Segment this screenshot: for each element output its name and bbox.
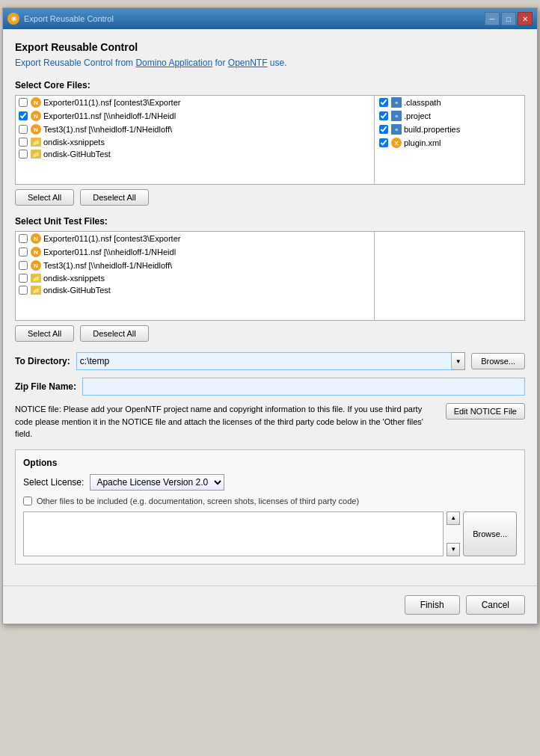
folder-icon: 📁 [31, 286, 41, 295]
core-file-text-2: Exporter011.nsf [\\nheidloff-1/NHeidl [43, 111, 176, 120]
unit-test-btn-row: Select All Deselect All [15, 325, 525, 342]
right-file-text-1: .classpath [404, 98, 441, 107]
unit-test-right-pane [375, 232, 524, 320]
folder-icon: 📁 [31, 150, 41, 159]
main-window: ☀ Export Reusable Control ─ □ ✕ Export R… [2, 7, 538, 624]
unit-file-checkbox-1[interactable] [19, 234, 28, 243]
unit-file-checkbox-2[interactable] [19, 248, 28, 256]
dialog-title: Export Reusable Control [15, 41, 525, 53]
list-item[interactable]: 📁 ondisk-xsnippets [16, 136, 374, 148]
core-file-checkbox-5[interactable] [19, 150, 28, 159]
list-item[interactable]: N Exporter011(1).nsf [contest3\Exporter [16, 232, 374, 245]
zip-file-label: Zip File Name: [15, 381, 76, 392]
right-file-checkbox-2[interactable] [379, 111, 388, 120]
unit-deselect-all-button[interactable]: Deselect All [80, 325, 148, 342]
dialog-footer: Finish Cancel [3, 586, 537, 624]
titlebar: ☀ Export Reusable Control ─ □ ✕ [3, 8, 537, 29]
close-button[interactable]: ✕ [518, 12, 533, 25]
app-icon: ☀ [7, 13, 19, 25]
other-files-checkbox-row: Other files to be included (e.g. documen… [23, 497, 517, 505]
core-file-text-4: ondisk-xsnippets [43, 138, 105, 147]
maximize-button[interactable]: □ [501, 12, 516, 25]
right-file-checkbox-3[interactable] [379, 125, 388, 134]
unit-file-checkbox-5[interactable] [19, 286, 28, 295]
unit-file-text-1: Exporter011(1).nsf [contest3\Exporter [43, 234, 180, 243]
core-file-checkbox-4[interactable] [19, 138, 28, 147]
right-file-checkbox-4[interactable] [379, 138, 388, 147]
core-file-checkbox-1[interactable] [19, 98, 28, 107]
core-files-btn-row: Select All Deselect All [15, 189, 525, 206]
list-item[interactable]: ≡ build.properties [375, 123, 524, 136]
openntf-link[interactable]: Domino Application [135, 58, 212, 68]
right-file-text-3: build.properties [404, 125, 460, 134]
core-select-all-button[interactable]: Select All [15, 189, 74, 206]
other-files-area: ▲ ▼ Browse... [23, 511, 517, 556]
nsf-icon: N [31, 97, 41, 108]
titlebar-left: ☀ Export Reusable Control [7, 13, 114, 25]
zip-file-input[interactable] [82, 378, 525, 396]
unit-file-checkbox-4[interactable] [19, 274, 28, 283]
core-file-text-1: Exporter011(1).nsf [contest3\Exporter [43, 98, 180, 107]
unit-test-container: N Exporter011(1).nsf [contest3\Exporter … [15, 231, 525, 321]
other-files-browse-button[interactable]: Browse... [463, 511, 517, 556]
openntf-link2[interactable]: OpenNTF [228, 58, 268, 68]
unit-test-left-pane[interactable]: N Exporter011(1).nsf [contest3\Exporter … [16, 232, 375, 320]
list-item[interactable]: 📁 ondisk-GitHubTest [16, 284, 374, 296]
notice-area: NOTICE file: Please add your OpenNTF pro… [15, 403, 525, 440]
other-files-list[interactable] [23, 511, 444, 556]
to-directory-input[interactable] [76, 352, 452, 370]
other-files-checkbox[interactable] [23, 497, 32, 505]
list-item[interactable]: N Exporter011(1).nsf [contest3\Exporter [16, 96, 374, 109]
scroll-up-button[interactable]: ▲ [447, 511, 460, 525]
license-select[interactable]: Apache License Version 2.0 MIT License G… [90, 474, 224, 491]
edit-notice-button[interactable]: Edit NOTICE File [446, 403, 525, 420]
minimize-button[interactable]: ─ [485, 12, 500, 25]
to-directory-browse-button[interactable]: Browse... [471, 353, 525, 369]
xml-icon: X [391, 138, 402, 148]
nsf-icon: N [31, 124, 41, 135]
right-file-checkbox-1[interactable] [379, 98, 388, 107]
dialog-subtitle: Export Reusable Control from Domino Appl… [15, 58, 525, 68]
core-file-checkbox-2[interactable] [19, 111, 28, 120]
to-directory-label: To Directory: [15, 356, 70, 366]
folder-icon: 📁 [31, 274, 41, 283]
other-files-label: Other files to be included (e.g. documen… [37, 497, 359, 505]
nsf-icon: N [31, 111, 41, 121]
core-files-container: N Exporter011(1).nsf [contest3\Exporter … [15, 95, 525, 185]
unit-file-text-3: Test3(1).nsf [\\nheidloff-1/NHeidloff\ [43, 261, 172, 270]
nsf-icon: N [31, 260, 41, 271]
options-title: Options [23, 458, 517, 468]
unit-select-all-button[interactable]: Select All [15, 325, 74, 342]
list-item[interactable]: 📁 ondisk-GitHubTest [16, 148, 374, 160]
list-item[interactable]: N Test3(1).nsf [\\nheidloff-1/NHeidloff\ [16, 259, 374, 272]
list-item[interactable]: N Exporter011.nsf [\\nheidloff-1/NHeidl [16, 109, 374, 123]
right-file-text-4: plugin.xml [404, 138, 441, 147]
cancel-button[interactable]: Cancel [466, 595, 525, 615]
core-file-checkbox-3[interactable] [19, 125, 28, 134]
list-item[interactable]: X plugin.xml [375, 136, 524, 150]
dialog-content: Export Reusable Control Export Reusable … [3, 29, 537, 586]
list-item[interactable]: ≡ .project [375, 109, 524, 123]
core-files-left-pane[interactable]: N Exporter011(1).nsf [contest3\Exporter … [16, 96, 375, 184]
unit-file-checkbox-3[interactable] [19, 261, 28, 270]
scroll-down-button[interactable]: ▼ [447, 543, 460, 556]
license-label: Select License: [23, 477, 84, 488]
other-files-scroll: ▲ ▼ [447, 511, 460, 556]
file-icon: ≡ [391, 111, 402, 121]
unit-file-text-4: ondisk-xsnippets [43, 274, 105, 283]
nsf-icon: N [31, 247, 41, 257]
core-deselect-all-button[interactable]: Deselect All [80, 189, 148, 206]
titlebar-controls: ─ □ ✕ [485, 12, 533, 25]
file-icon: ≡ [391, 124, 402, 135]
unit-file-text-2: Exporter011.nsf [\\nheidloff-1/NHeidl [43, 248, 176, 256]
list-item[interactable]: ≡ .classpath [375, 96, 524, 109]
list-item[interactable]: N Test3(1).nsf [\\nheidloff-1/NHeidloff\ [16, 123, 374, 136]
list-item[interactable]: 📁 ondisk-xsnippets [16, 272, 374, 284]
file-icon: ≡ [391, 97, 402, 108]
license-row: Select License: Apache License Version 2… [23, 474, 517, 491]
to-directory-dropdown-arrow[interactable]: ▼ [452, 352, 465, 370]
list-item[interactable]: N Exporter011.nsf [\\nheidloff-1/NHeidl [16, 245, 374, 259]
unit-test-label: Select Unit Test Files: [15, 216, 525, 227]
right-file-text-2: .project [404, 111, 431, 120]
finish-button[interactable]: Finish [405, 595, 460, 615]
